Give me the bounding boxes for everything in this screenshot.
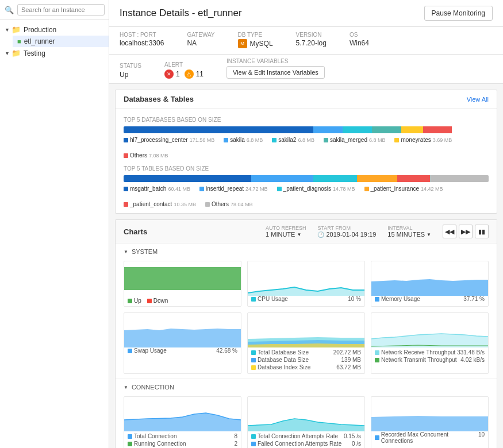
transmit-dot: [375, 358, 379, 362]
index-size-value: 63.72 MB: [336, 364, 361, 370]
memory-sparkline: [371, 261, 488, 296]
bar-segment-sakila: [313, 126, 343, 133]
connection-subsection-header[interactable]: ▼ CONNECTION: [124, 384, 489, 391]
auto-refresh-label: AUTO REFRESH: [266, 225, 306, 231]
total-conn-dot: [128, 434, 132, 439]
svg-marker-8: [124, 413, 241, 431]
memory-chart-area: [371, 261, 488, 296]
folder-icon: 📁: [11, 25, 21, 34]
connection-collapse-triangle: ▼: [124, 385, 128, 390]
view-edit-variables-button[interactable]: View & Edit Instance Variables: [226, 66, 325, 79]
total-dbsize-stat: Total Database Size 202.72 MB: [251, 349, 361, 356]
failed-dot: [251, 442, 256, 446]
dot: [394, 138, 399, 142]
data-dot: [251, 358, 256, 362]
interval-ctrl: INTERVAL 15 MINUTES ▼: [387, 225, 431, 238]
dot: [124, 138, 128, 142]
host-port-label: HOST : PORT: [120, 32, 164, 38]
production-children: ■ etl_runner: [0, 36, 109, 47]
top-db-title: TOP 5 DATABASES BASED ON SIZE: [124, 117, 489, 123]
failed-attempts-stat: Failed Connection Attempts Rate 0 /s: [251, 440, 361, 447]
dropdown-arrow-interval: ▼: [427, 232, 431, 237]
version-label: VERSION: [296, 32, 327, 38]
receive-dot: [375, 350, 379, 355]
size: 24.72 MB: [245, 186, 268, 192]
cpu-sparkline: [248, 261, 364, 296]
dot: [364, 187, 369, 191]
chart-forward-forward-button[interactable]: ▶▶: [459, 225, 473, 238]
size: 171.56 MB: [190, 137, 215, 143]
sidebar-group-production[interactable]: ▼ 📁 Production: [0, 24, 109, 36]
cpu-label: CPU Usage: [251, 296, 288, 302]
table-bar-chart: [124, 175, 489, 182]
folder-icon-testing: 📁: [11, 49, 21, 57]
dot-up: [128, 299, 132, 303]
sidebar: 🔍 ← ▼ 📁 Production ■ etl_runner ▼ 📁 Test…: [0, 0, 109, 448]
page-header: Instance Details - etl_runner Pause Moni…: [109, 0, 503, 27]
sidebar-group-testing[interactable]: ▼ 📁 Testing: [0, 47, 109, 59]
system-charts-grid: Up Down CPU Usage 10 %: [124, 261, 489, 374]
cpu-dot: [251, 297, 256, 302]
sidebar-item-etl-runner[interactable]: ■ etl_runner: [13, 36, 109, 47]
pause-monitoring-button[interactable]: Pause Monitoring: [424, 6, 493, 21]
connection-section-label: CONNECTION: [132, 384, 174, 391]
dot: [277, 187, 282, 191]
db-label-Others: Others 7.08 MB: [124, 152, 168, 159]
total-conn-sparkline: [124, 397, 241, 431]
gateway-block: GATEWAY NA: [187, 32, 214, 48]
db-label-insertid_repeat: insertid_repeat 24.72 MB: [199, 186, 268, 192]
view-all-link[interactable]: View All: [467, 96, 489, 103]
system-section-label: SYSTEM: [132, 248, 158, 255]
main-content: Instance Details - etl_runner Pause Moni…: [109, 0, 503, 448]
dot: [205, 202, 210, 207]
dot: [224, 138, 228, 142]
max-conn-value: 10: [478, 431, 485, 444]
memory-chart-card: Memory Usage 37.71 %: [371, 261, 489, 307]
system-collapse-triangle: ▼: [124, 249, 128, 254]
bar-segment-moneyrates: [401, 126, 423, 133]
size: 6.8 MB: [369, 137, 386, 143]
start-from-label: START FROM: [317, 225, 376, 231]
db-type-block: DB TYPE M MySQL: [238, 32, 273, 48]
max-conn-sparkline: [371, 397, 488, 431]
chart-pause-button[interactable]: ▮▮: [475, 225, 489, 238]
receive-stat: Network Receive Throughput 331.48 B/s: [375, 349, 485, 356]
interval-text: 15 MINUTES: [387, 231, 425, 238]
connection-subsection: ▼ CONNECTION Total Connection: [116, 379, 497, 448]
page-title: Instance Details - etl_runner: [120, 7, 242, 19]
bar-segment-_patient_diagnosis: [313, 175, 357, 182]
bar-segment-msgattr_batch: [124, 175, 251, 182]
bar-segment-_patient_insurance: [357, 175, 397, 182]
max-conn-stat: Recorded Max Concurrent Connections 10: [371, 431, 488, 445]
memory-value: 37.71 %: [463, 296, 485, 302]
swap-stat: Swap Usage 42.68 %: [124, 347, 241, 355]
alert-red-badge: ✕: [164, 69, 174, 79]
memory-label: Memory Usage: [375, 296, 420, 302]
dot-down: [147, 299, 152, 303]
charts-controls: AUTO REFRESH 1 MINUTE ▼ START FROM 🕐 201…: [266, 225, 489, 238]
updown-chart-card: Up Down: [124, 261, 241, 307]
dbsize-chart-area: [248, 313, 364, 347]
db-label-_patient_insurance: _patient_insurance 14.42 MB: [364, 186, 443, 192]
dbsize-sparkline: [248, 313, 364, 347]
size: 60.41 MB: [168, 186, 190, 192]
svg-marker-3: [124, 329, 241, 347]
db-label-msgattr_batch: msgattr_batch 60.41 MB: [124, 186, 190, 192]
dropdown-arrow-auto: ▼: [297, 232, 301, 237]
cpu-chart-card: CPU Usage 10 %: [247, 261, 365, 307]
total-dot: [251, 350, 256, 355]
total-conn-chart-area: [124, 397, 241, 431]
db-label-sakila2: sakila2 6.8 MB: [272, 137, 314, 143]
chart-back-back-button[interactable]: ◀◀: [443, 225, 456, 238]
interval-value: 15 MINUTES ▼: [387, 231, 431, 238]
search-bar: 🔍 ←: [0, 0, 109, 20]
x-icon: ✕: [167, 71, 171, 77]
total-attempts-stat: Total Connection Attempts Rate 0.15 /s: [251, 432, 361, 440]
db-labels: hl7_processing_center 171.56 MB sakila 6…: [124, 137, 489, 159]
system-subsection-header[interactable]: ▼ SYSTEM: [124, 248, 489, 255]
version-block: VERSION 5.7.20-log: [296, 32, 327, 48]
updown-legend: Up Down: [124, 296, 241, 306]
cpu-stat: CPU Usage 10 %: [248, 296, 364, 303]
search-input[interactable]: [17, 4, 105, 16]
charts-panel: Charts AUTO REFRESH 1 MINUTE ▼ START FRO…: [115, 219, 497, 448]
